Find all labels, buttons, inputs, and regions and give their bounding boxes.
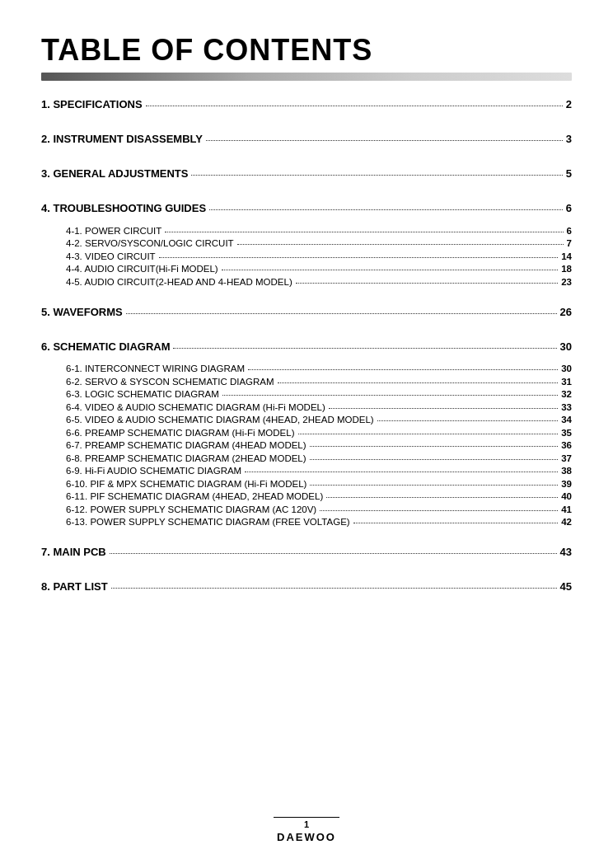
toc-sub-entry-entry-6-2[interactable]: 6-2. SERVO & SYSCON SCHEMATIC DIAGRAM 31	[66, 375, 572, 387]
toc-page: 45	[560, 580, 572, 593]
toc-dots	[296, 274, 558, 284]
toc-sub-entry-entry-6-9[interactable]: 6-9. Hi-Fi AUDIO SCHEMATIC DIAGRAM 38	[66, 465, 572, 476]
toc-page: 34	[561, 415, 572, 425]
toc-page: 32	[561, 389, 572, 399]
toc-sub-entry-entry-6-6[interactable]: 6-6. PREAMP SCHEMATIC DIAGRAM (Hi-Fi MOD…	[66, 426, 572, 438]
toc-page: 39	[561, 479, 572, 489]
toc-dots	[310, 476, 558, 486]
toc-page: 43	[560, 546, 572, 558]
toc-dots	[110, 543, 557, 554]
toc-page: 23	[561, 277, 572, 287]
toc-label: 4-2. SERVO/SYSCON/LOGIC CIRCUIT	[66, 238, 234, 248]
toc-dots	[377, 412, 559, 422]
toc-label: 6-3. LOGIC SCHEMATIC DIAGRAM	[66, 389, 219, 399]
toc-main-entry-entry-1[interactable]: 1. SPECIFICATIONS 2	[41, 97, 572, 110]
toc-sub-entry-entry-4-1[interactable]: 4-1. POWER CIRCUIT 6	[66, 224, 572, 236]
toc-page: 41	[561, 504, 572, 514]
toc-page: 6	[567, 226, 572, 236]
toc-dots	[209, 199, 563, 210]
toc-sub-entry-entry-6-10[interactable]: 6-10. PIF & MPX SCHEMATIC DIAGRAM (Hi-Fi…	[66, 477, 572, 489]
toc-label: 6-7. PREAMP SCHEMATIC DIAGRAM (4HEAD MOD…	[66, 440, 306, 450]
toc-page: 40	[561, 491, 572, 501]
toc-sub-entry-entry-4-3[interactable]: 4-3. VIDEO CIRCUIT 14	[66, 250, 572, 261]
toc-page: 31	[561, 377, 572, 387]
toc-dots	[165, 223, 563, 232]
toc-page: 30	[560, 340, 572, 353]
toc-sub-entry-entry-6-5[interactable]: 6-5. VIDEO & AUDIO SCHEMATIC DIAGRAM (4H…	[66, 414, 572, 425]
toc-dots	[111, 578, 557, 589]
toc-page: 37	[561, 453, 572, 463]
toc-dots	[298, 425, 559, 434]
toc-dots	[248, 361, 558, 371]
toc-dots	[126, 303, 557, 314]
toc-page: 7	[567, 238, 572, 248]
toc-page: 35	[561, 428, 572, 438]
toc-label: 6-8. PREAMP SCHEMATIC DIAGRAM (2HEAD MOD…	[66, 453, 306, 463]
toc-label: 8. PART LIST	[41, 580, 108, 593]
toc-label: 7. MAIN PCB	[41, 546, 106, 558]
toc-label: 6-10. PIF & MPX SCHEMATIC DIAGRAM (Hi-Fi…	[66, 479, 306, 489]
toc-page: 5	[566, 167, 572, 180]
toc-page: 42	[561, 517, 572, 527]
toc-label: 4-1. POWER CIRCUIT	[66, 226, 161, 236]
toc-label: 6-13. POWER SUPPLY SCHEMATIC DIAGRAM (FR…	[66, 517, 350, 527]
toc-page: 26	[560, 306, 572, 318]
toc-sub-entry-entry-6-12[interactable]: 6-12. POWER SUPPLY SCHEMATIC DIAGRAM (AC…	[66, 503, 572, 514]
toc-container: 1. SPECIFICATIONS 2 2. INSTRUMENT DISASS…	[41, 97, 572, 593]
toc-page: 38	[561, 466, 572, 476]
toc-main-entry-entry-3[interactable]: 3. GENERAL ADJUSTMENTS 5	[41, 167, 572, 180]
toc-dots	[146, 96, 563, 106]
toc-label: 1. SPECIFICATIONS	[41, 98, 143, 110]
toc-main-entry-entry-7[interactable]: 7. MAIN PCB 43	[41, 545, 572, 558]
toc-main-entry-entry-2[interactable]: 2. INSTRUMENT DISASSEMBLY 3	[41, 132, 572, 145]
toc-page: 33	[561, 402, 572, 412]
toc-dots	[353, 514, 559, 524]
toc-label: 4-4. AUDIO CIRCUIT(Hi-Fi MODEL)	[66, 264, 218, 274]
toc-dots	[237, 236, 564, 246]
toc-main-entry-entry-8[interactable]: 8. PART LIST 45	[41, 579, 572, 593]
toc-dots	[159, 248, 559, 258]
toc-sub-entry-entry-6-4[interactable]: 6-4. VIDEO & AUDIO SCHEMATIC DIAGRAM (Hi…	[66, 401, 572, 412]
toc-sub-entry-entry-6-13[interactable]: 6-13. POWER SUPPLY SCHEMATIC DIAGRAM (FR…	[66, 516, 572, 528]
toc-label: 6-9. Hi-Fi AUDIO SCHEMATIC DIAGRAM	[66, 466, 241, 476]
toc-label: 3. GENERAL ADJUSTMENTS	[41, 167, 188, 180]
toc-sub-entry-entry-6-3[interactable]: 6-3. LOGIC SCHEMATIC DIAGRAM 32	[66, 388, 572, 400]
toc-label: 6-2. SERVO & SYSCON SCHEMATIC DIAGRAM	[66, 377, 274, 387]
toc-label: 6-4. VIDEO & AUDIO SCHEMATIC DIAGRAM (Hi…	[66, 402, 325, 412]
toc-sub-entry-entry-4-2[interactable]: 4-2. SERVO/SYSCON/LOGIC CIRCUIT 7	[66, 237, 572, 249]
toc-main-entry-entry-5[interactable]: 5. WAVEFORMS 26	[41, 305, 572, 318]
page-title: TABLE OF CONTENTS	[41, 33, 572, 68]
footer-page-number: 1	[0, 819, 613, 829]
toc-dots	[191, 165, 562, 176]
toc-main-entry-entry-6[interactable]: 6. SCHEMATIC DIAGRAM 30	[41, 340, 572, 353]
toc-label: 4-3. VIDEO CIRCUIT	[66, 251, 156, 261]
toc-dots	[310, 438, 559, 448]
toc-dots	[329, 399, 558, 409]
toc-label: 6-11. PIF SCHEMATIC DIAGRAM (4HEAD, 2HEA…	[66, 491, 323, 501]
title-bar	[41, 73, 572, 81]
toc-page: 6	[566, 202, 572, 214]
toc-dots	[206, 130, 563, 141]
toc-sub-entry-entry-6-1[interactable]: 6-1. INTERCONNECT WIRING DIAGRAM 30	[66, 363, 572, 374]
toc-sub-entry-entry-4-5[interactable]: 4-5. AUDIO CIRCUIT(2-HEAD AND 4-HEAD MOD…	[66, 275, 572, 287]
footer-brand: DAEWOO	[0, 831, 613, 843]
toc-label: 5. WAVEFORMS	[41, 306, 123, 318]
toc-dots	[326, 489, 558, 499]
toc-label: 2. INSTRUMENT DISASSEMBLY	[41, 133, 203, 145]
toc-dots	[222, 387, 558, 396]
toc-sub-entry-entry-6-7[interactable]: 6-7. PREAMP SCHEMATIC DIAGRAM (4HEAD MOD…	[66, 439, 572, 451]
toc-dots	[310, 450, 559, 460]
toc-main-entry-entry-4[interactable]: 4. TROUBLESHOOTING GUIDES 6	[41, 201, 572, 214]
toc-sub-entry-entry-6-11[interactable]: 6-11. PIF SCHEMATIC DIAGRAM (4HEAD, 2HEA…	[66, 490, 572, 502]
toc-sub-entry-entry-6-8[interactable]: 6-8. PREAMP SCHEMATIC DIAGRAM (2HEAD MOD…	[66, 452, 572, 463]
footer-line	[274, 817, 339, 818]
toc-label: 6-1. INTERCONNECT WIRING DIAGRAM	[66, 364, 245, 373]
toc-label: 4-5. AUDIO CIRCUIT(2-HEAD AND 4-HEAD MOD…	[66, 277, 292, 287]
toc-sub-entry-entry-4-4[interactable]: 4-4. AUDIO CIRCUIT(Hi-Fi MODEL) 18	[66, 263, 572, 274]
toc-page: 18	[561, 264, 572, 274]
toc-label: 4. TROUBLESHOOTING GUIDES	[41, 202, 206, 214]
toc-label: 6-12. POWER SUPPLY SCHEMATIC DIAGRAM (AC…	[66, 504, 316, 514]
toc-dots	[278, 373, 559, 383]
toc-page: 14	[561, 251, 572, 261]
footer: 1 DAEWOO	[0, 815, 613, 843]
